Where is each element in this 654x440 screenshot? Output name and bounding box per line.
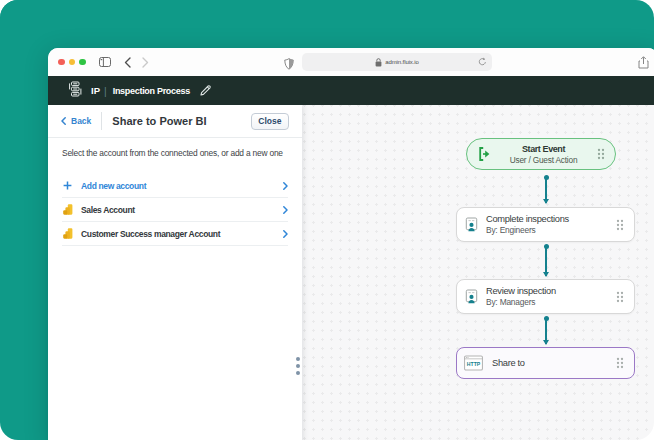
start-event-icon: [479, 147, 490, 161]
back-chevron-icon: [61, 117, 66, 125]
connector-arrowhead: [543, 272, 549, 277]
node-review-inspection[interactable]: Review inspection By: Managers: [456, 279, 635, 314]
node-text: Share to: [492, 358, 525, 368]
chevron-right-icon: [283, 182, 288, 190]
http-badge-text: HTTP: [467, 361, 481, 367]
back-button[interactable]: Back: [61, 116, 91, 126]
forward-arrow-icon[interactable]: [142, 57, 149, 68]
share-icon[interactable]: [638, 55, 649, 73]
connector-arrowhead: [543, 340, 549, 345]
account-list: Add new account Sales Account: [62, 174, 288, 246]
header-divider: |: [104, 85, 107, 97]
edit-pencil-icon[interactable]: [199, 84, 212, 97]
drag-handle-icon[interactable]: [616, 219, 624, 231]
node-subtitle: By: Engineers: [486, 225, 569, 235]
browser-window: admin.fluix.io: [48, 48, 654, 440]
power-bi-icon: [62, 228, 73, 239]
reload-icon[interactable]: [478, 57, 487, 67]
lock-icon: [375, 58, 382, 67]
account-row-customer-success[interactable]: Customer Success manager Account: [62, 222, 288, 246]
plus-icon: [62, 181, 73, 190]
add-account-label: Add new account: [81, 181, 146, 191]
zoom-window-button[interactable]: [79, 59, 86, 66]
connector-complete-to-review: [541, 244, 551, 277]
connector-start-to-complete: [541, 175, 551, 204]
panel-resize-handle[interactable]: [296, 357, 300, 375]
drag-handle-icon[interactable]: [616, 357, 624, 369]
power-bi-icon: [62, 204, 73, 215]
panel-message: Select the account from the connected on…: [62, 148, 300, 158]
node-title: Start Event: [490, 144, 597, 154]
browser-chrome: admin.fluix.io: [48, 48, 654, 76]
share-panel: Back Share to Power BI Close Select the …: [48, 105, 302, 440]
panel-body: Select the account from the connected on…: [48, 138, 302, 246]
node-text: Complete inspections By: Engineers: [486, 214, 569, 236]
node-subtitle: By: Managers: [486, 297, 556, 307]
back-arrow-icon[interactable]: [124, 57, 131, 68]
url-text: admin.fluix.io: [385, 59, 419, 65]
account-row-sales[interactable]: Sales Account: [62, 198, 288, 222]
node-start-event[interactable]: Start Event User / Guest Action: [466, 138, 616, 170]
node-title: Review inspection: [486, 286, 556, 296]
drag-handle-icon[interactable]: [616, 291, 624, 303]
node-text: Review inspection By: Managers: [486, 286, 556, 308]
app-title: Inspection Process: [113, 86, 190, 96]
form-user-icon: [465, 217, 478, 232]
sidebar-toggle-icon[interactable]: [99, 57, 111, 67]
connector-review-to-share: [541, 316, 551, 345]
add-new-account-row[interactable]: Add new account: [62, 174, 288, 198]
node-subtitle: User / Guest Action: [490, 155, 597, 165]
account-label: Sales Account: [81, 205, 135, 215]
url-bar[interactable]: admin.fluix.io: [302, 53, 492, 71]
app-initials: IP: [91, 85, 100, 96]
node-title: Complete inspections: [486, 214, 569, 224]
chevron-right-icon: [283, 206, 288, 214]
form-user-icon: [465, 289, 478, 304]
teal-frame: admin.fluix.io: [0, 0, 654, 440]
node-title: Share to: [492, 358, 525, 368]
traffic-lights: [58, 59, 86, 66]
nav-arrows: [124, 57, 149, 68]
panel-header: Back Share to Power BI Close: [48, 105, 302, 138]
app-header: IP | Inspection Process: [48, 76, 654, 105]
back-label: Back: [71, 116, 91, 126]
close-button[interactable]: Close: [251, 113, 289, 130]
panel-header-divider: [101, 112, 102, 130]
connector-arrowhead: [543, 199, 549, 204]
close-window-button[interactable]: [58, 59, 65, 66]
workflow-canvas[interactable]: Start Event User / Guest Action: [302, 105, 654, 440]
node-share-to[interactable]: HTTP Share to: [456, 347, 635, 379]
http-icon: HTTP: [464, 355, 483, 371]
node-text: Start Event User / Guest Action: [490, 144, 597, 165]
account-label: Customer Success manager Account: [81, 229, 220, 239]
minimize-window-button[interactable]: [69, 59, 76, 66]
privacy-shield-icon[interactable]: [284, 56, 294, 74]
panel-title: Share to Power BI: [112, 115, 206, 127]
node-complete-inspections[interactable]: Complete inspections By: Engineers: [456, 207, 635, 242]
chevron-right-icon: [283, 230, 288, 238]
workflow-icon: [68, 81, 82, 101]
content-region: Back Share to Power BI Close Select the …: [48, 105, 654, 440]
drag-handle-icon[interactable]: [597, 148, 605, 160]
